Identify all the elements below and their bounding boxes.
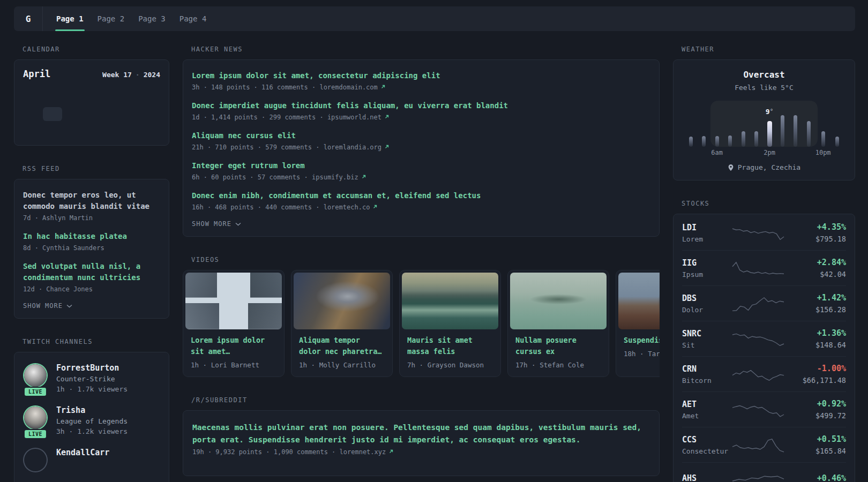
calendar-separator: · <box>136 71 140 79</box>
video-card[interactable]: Suspendisse diam 18h · Tara <box>616 270 660 377</box>
hn-item-meta: 3h · 148 points · 116 comments · loremdo… <box>192 84 650 91</box>
external-link-icon <box>384 114 390 119</box>
nav-tab[interactable]: Page 2 <box>91 6 132 31</box>
calendar-day <box>43 107 63 121</box>
calendar-day <box>140 107 160 121</box>
twitch-viewers: 1h · 1.7k viewers <box>56 385 128 393</box>
hackernews-show-more-button[interactable]: SHOW MORE <box>192 220 241 228</box>
subreddit-widget: Maecenas mollis pulvinar erat non posuer… <box>183 410 660 476</box>
weather-bar <box>754 131 758 147</box>
stock-change: +0.51% <box>785 434 846 444</box>
nav-tab[interactable]: Page 3 <box>131 6 173 31</box>
hn-item-title[interactable]: Donec imperdiet augue tincidunt felis al… <box>192 100 650 111</box>
stock-values: +0.46% <box>785 473 846 482</box>
twitch-game: League of Legends <box>56 417 128 425</box>
weather-condition: Overcast <box>684 70 844 80</box>
video-card[interactable]: Lorem ipsum dolor sit amet consectetu… 1… <box>183 270 285 377</box>
hn-item-domain-link[interactable]: loremlandia.org <box>324 144 390 151</box>
hn-item-domain-link[interactable]: loremtech.co <box>324 204 378 211</box>
subreddit-post-stats: 19h · 9,932 points · 1,090 comments · <box>192 448 335 456</box>
hackernews-section-label: HACKER NEWS <box>191 46 660 53</box>
live-badge: LIVE <box>24 429 47 439</box>
calendar-grid <box>23 91 160 138</box>
weather-bar <box>781 115 784 147</box>
hn-item-title[interactable]: Integer eget rutrum lorem <box>192 160 650 171</box>
calendar-week-label: Week 17 <box>102 71 132 79</box>
rss-item-title[interactable]: Sed volutpat nulla nisl, a condimentum n… <box>23 261 160 283</box>
hackernews-widget: Lorem ipsum dolor sit amet, consectetur … <box>183 59 660 237</box>
stock-row[interactable]: IIG Ipsum +2.84% $42.04 <box>682 251 846 286</box>
stock-row[interactable]: AET Amet +0.92% $499.72 <box>682 392 846 427</box>
weather-feels-like: Feels like 5°C <box>684 84 844 92</box>
subreddit-post-title[interactable]: Maecenas mollis pulvinar erat non posuer… <box>192 421 650 446</box>
nav-tab-label: Page 1 <box>56 14 84 23</box>
weather-hour-label: 10pm <box>815 147 831 156</box>
video-meta: 7h · Grayson Dawson <box>402 357 498 374</box>
calendar-day <box>121 124 141 138</box>
app-logo[interactable]: G <box>14 6 43 31</box>
twitch-game: Counter-Strike <box>56 375 128 383</box>
hn-item-domain-link[interactable]: loremdomain.com <box>319 84 385 91</box>
videos-row: Lorem ipsum dolor sit amet consectetu… 1… <box>183 270 660 377</box>
stock-row[interactable]: DBS Dolor +1.42% $156.28 <box>682 286 846 321</box>
twitch-channel[interactable]: LIVE ForrestBurton Counter-Strike 1h · 1… <box>23 363 160 393</box>
calendar-day <box>101 91 121 104</box>
stock-sparkline <box>731 470 785 482</box>
nav-tab-label: Page 2 <box>98 14 125 23</box>
calendar-day <box>101 107 121 121</box>
twitch-channel[interactable]: KendallCarr <box>23 448 160 472</box>
rss-item-title[interactable]: Donec tempor eros leo, ut commodo mauris… <box>23 190 160 212</box>
video-thumbnail <box>294 273 390 329</box>
stocks-list: LDI Lorem +4.35% $795.18 IIG Ipsum +2.84… <box>682 215 846 482</box>
rss-item-meta: 7d · Ashlyn Martin <box>23 214 160 222</box>
calendar-day <box>23 91 43 104</box>
hn-item-meta: 1d · 1,414 points · 299 comments · ipsum… <box>192 114 650 121</box>
video-card[interactable]: Aliquam tempor dolor nec pharetra… 1h · … <box>291 270 393 377</box>
video-title: Suspendisse diam <box>618 329 660 346</box>
rss-show-more-button[interactable]: SHOW MORE <box>23 302 72 310</box>
map-pin-icon <box>728 164 734 171</box>
stock-row[interactable]: LDI Lorem +4.35% $795.18 <box>682 215 846 251</box>
stock-values: +0.51% $165.84 <box>785 434 846 455</box>
stock-row[interactable]: AHS +0.46% <box>682 463 846 482</box>
stock-name: Dolor <box>682 306 731 314</box>
subreddit-domain-link[interactable]: loremnet.xyz <box>340 448 394 456</box>
twitch-widget: LIVE ForrestBurton Counter-Strike 1h · 1… <box>14 352 169 482</box>
stock-id: CRN Bitcorn <box>682 364 731 385</box>
hn-item-domain: ipsumify.biz <box>312 174 358 181</box>
stock-row[interactable]: CRN Bitcorn -1.00% $66,171.48 <box>682 357 846 392</box>
dashboard-columns: CALENDAR April Week 17 · 2024 RSS FEED D… <box>0 31 868 482</box>
video-meta: 1h · Lori Barnett <box>185 357 282 374</box>
stock-change: +4.35% <box>785 222 846 232</box>
weather-bar-column: 10pm <box>815 101 831 156</box>
stock-change: +1.42% <box>785 293 846 303</box>
nav-tab[interactable]: Page 1 <box>49 6 91 31</box>
calendar-day <box>140 91 160 104</box>
weather-bar-column <box>831 101 844 156</box>
calendar-day <box>121 91 141 104</box>
video-card[interactable]: Mauris sit amet massa felis 7h · Grayson… <box>399 270 501 377</box>
twitch-channel-name: Trisha <box>56 405 128 415</box>
hn-item-title[interactable]: Aliquam nec cursus elit <box>192 130 650 141</box>
stock-row[interactable]: SNRC Sit +1.36% $148.64 <box>682 321 846 357</box>
stock-sparkline <box>731 329 785 349</box>
stock-row[interactable]: CCS Consectetur +0.51% $165.84 <box>682 427 846 463</box>
hn-item-domain-link[interactable]: ipsumworld.net <box>327 114 390 121</box>
hn-item-domain-link[interactable]: ipsumify.biz <box>312 174 366 181</box>
hn-item-title[interactable]: Donec enim nibh, condimentum et accumsan… <box>192 190 650 201</box>
twitch-channel[interactable]: LIVE Trisha League of Legends 3h · 1.2k … <box>23 405 160 435</box>
stocks-section-label: STOCKS <box>682 200 855 207</box>
stock-change: +2.84% <box>785 258 846 267</box>
hn-item-title[interactable]: Lorem ipsum dolor sit amet, consectetur … <box>192 70 650 81</box>
avatar <box>24 406 47 429</box>
rss-item-title[interactable]: In hac habitasse platea <box>23 231 160 242</box>
stock-price: $795.18 <box>785 235 846 243</box>
hn-item-stats: 6h · 60 points · 57 comments · <box>192 174 308 181</box>
stocks-widget: LDI Lorem +4.35% $795.18 IIG Ipsum +2.84… <box>673 214 855 482</box>
videos-section-label: VIDEOS <box>191 256 660 263</box>
calendar-day <box>43 124 63 138</box>
calendar-day <box>43 91 63 104</box>
video-card[interactable]: Nullam posuere cursus ex 17h · Stefan Co… <box>507 270 609 377</box>
weather-bar <box>715 136 719 147</box>
nav-tab[interactable]: Page 4 <box>173 6 214 31</box>
